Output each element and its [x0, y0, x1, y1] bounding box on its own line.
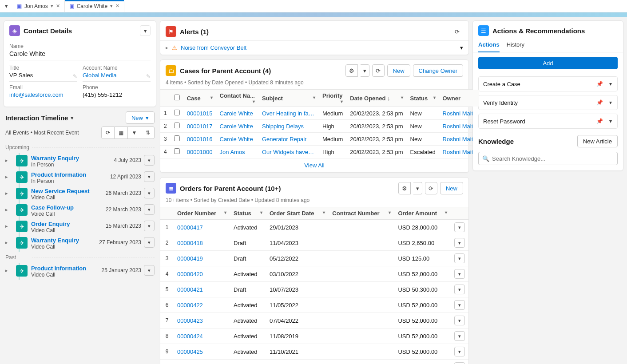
action-item-caret[interactable]: ▾ [605, 79, 615, 89]
timeline-item-menu[interactable]: ▾ [144, 188, 155, 198]
action-item-caret[interactable]: ▾ [605, 116, 615, 127]
subject-link[interactable]: Our Widgets have not been … [262, 149, 315, 155]
expand-alert-icon[interactable]: ▸ [166, 45, 168, 51]
expand-icon[interactable]: ▸ [5, 204, 12, 213]
tab-menu-caret[interactable]: ▾ [110, 3, 113, 9]
new-case-button[interactable]: New [387, 64, 410, 77]
subject-link[interactable]: Shipping Delays [262, 123, 304, 130]
email-link[interactable]: info@salesforce.com [9, 91, 63, 98]
expand-icon[interactable]: ▸ [5, 155, 12, 163]
timeline-item-title[interactable]: Order Enquiry [31, 221, 70, 227]
timeline-item-title[interactable]: Warranty Enquiry [31, 155, 79, 162]
cases-view-all[interactable]: View All [304, 162, 324, 169]
timeline-item-menu[interactable]: ▾ [144, 155, 155, 166]
row-menu-button[interactable]: ▾ [454, 285, 465, 294]
order-link[interactable]: 00000418 [177, 240, 203, 246]
edit-pencil-icon[interactable]: ✎ [73, 73, 77, 79]
row-menu-button[interactable]: ▾ [454, 300, 465, 310]
pin-icon[interactable]: 📌 [594, 97, 605, 108]
account-link[interactable]: Global Media [83, 72, 117, 79]
owner-link[interactable]: Roshni Maitr [443, 149, 475, 155]
action-item-caret[interactable]: ▾ [605, 97, 615, 108]
row-menu-button[interactable]: ▾ [454, 238, 465, 248]
order-link[interactable]: 00000423 [177, 317, 203, 324]
alert-caret-icon[interactable]: ▾ [460, 44, 463, 51]
order-link[interactable]: 00000422 [177, 302, 203, 309]
select-all-checkbox[interactable] [174, 95, 180, 100]
expand-icon[interactable]: ▸ [5, 221, 12, 229]
col-date-opened[interactable]: Date Opened ↓▾ [346, 90, 406, 107]
subject-link[interactable]: Over Heating in factory [262, 110, 315, 117]
pin-icon[interactable]: 📌 [594, 79, 605, 89]
owner-link[interactable]: Roshni Maitr [443, 123, 475, 130]
contact-link[interactable]: Carole White [220, 123, 253, 130]
timeline-filter-menu[interactable]: ▾ [71, 115, 74, 121]
expand-icon[interactable]: ▸ [5, 237, 12, 245]
timeline-item-title[interactable]: Product Information [31, 265, 86, 272]
contact-details-more-button[interactable]: ▾ [140, 25, 151, 36]
pin-icon[interactable]: 📌 [594, 116, 605, 127]
contact-link[interactable]: Jon Amos [220, 149, 245, 155]
case-link[interactable]: 00001000 [187, 149, 213, 155]
order-link[interactable]: 00000420 [177, 271, 203, 277]
list-settings-caret[interactable]: ▾ [361, 64, 369, 77]
edit-pencil-icon[interactable]: ✎ [146, 73, 151, 79]
list-settings-icon[interactable]: ⚙ [345, 64, 358, 77]
alert-link[interactable]: Noise from Conveyor Belt [181, 44, 456, 51]
refresh-icon[interactable]: ⟳ [101, 127, 115, 139]
col-priority[interactable]: Priority▾ [319, 90, 346, 107]
refresh-icon[interactable]: ⟳ [451, 25, 463, 38]
case-link[interactable]: 00001016 [187, 136, 213, 142]
case-link[interactable]: 00001015 [187, 110, 213, 117]
expand-icon[interactable]: ▸ [5, 265, 12, 273]
knowledge-search-input[interactable] [492, 155, 614, 162]
case-link[interactable]: 00001017 [187, 123, 213, 130]
row-menu-button[interactable]: ▾ [454, 316, 465, 325]
timeline-item-menu[interactable]: ▾ [144, 237, 155, 248]
row-menu-button[interactable]: ▾ [454, 331, 465, 341]
row-menu-button[interactable]: ▾ [454, 269, 465, 279]
row-menu-button[interactable]: ▾ [454, 253, 465, 263]
row-menu-button[interactable]: ▾ [454, 362, 465, 364]
timeline-item-title[interactable]: Warranty Enquiry [31, 237, 79, 244]
refresh-icon[interactable]: ⟳ [425, 182, 437, 194]
timeline-item-menu[interactable]: ▾ [144, 171, 155, 182]
timeline-item-menu[interactable]: ▾ [144, 221, 155, 231]
row-checkbox[interactable] [174, 135, 180, 141]
col-start-date[interactable]: Order Start Date▾ [266, 207, 329, 220]
list-settings-caret[interactable]: ▾ [413, 182, 422, 194]
col-amount[interactable]: Order Amount▾ [394, 207, 451, 220]
expand-icon[interactable]: ▸ [5, 171, 12, 180]
contact-link[interactable]: Carole White [220, 136, 253, 142]
col-subject[interactable]: Subject▾ [258, 90, 319, 107]
timeline-new-button[interactable]: New ▾ [126, 111, 155, 124]
sort-icon[interactable]: ⇅ [141, 127, 155, 139]
order-link[interactable]: 00000424 [177, 333, 203, 340]
owner-link[interactable]: Roshni Maitr [443, 110, 475, 117]
new-order-button[interactable]: New [440, 182, 463, 194]
timeline-item-title[interactable]: Product Information [31, 171, 86, 178]
subject-link[interactable]: Generator Repair [262, 136, 306, 142]
row-checkbox[interactable] [174, 123, 180, 128]
order-link[interactable]: 00000425 [177, 348, 203, 355]
row-menu-button[interactable]: ▾ [454, 347, 465, 356]
action-item[interactable]: Create a Case 📌 ▾ [478, 76, 618, 91]
col-order-number[interactable]: Order Number▾ [174, 207, 230, 220]
row-checkbox[interactable] [174, 110, 180, 115]
col-status[interactable]: Status▾ [407, 90, 439, 107]
timeline-item-menu[interactable]: ▾ [144, 265, 155, 276]
col-contact[interactable]: Contact Na...▾ [216, 90, 258, 107]
expand-icon[interactable]: ▸ [5, 188, 12, 196]
row-checkbox[interactable] [174, 148, 180, 154]
tab-close-icon[interactable]: ✕ [56, 3, 60, 9]
col-status[interactable]: Status▾ [230, 207, 266, 220]
tab-history[interactable]: History [507, 38, 524, 52]
tab-menu-caret[interactable]: ▾ [51, 3, 53, 9]
action-item[interactable]: Reset Password 📌 ▾ [478, 114, 618, 129]
timeline-item-menu[interactable]: ▾ [144, 204, 155, 215]
tab-close-icon[interactable]: ✕ [115, 3, 119, 9]
filter-icon[interactable]: ▼ [128, 127, 141, 139]
owner-link[interactable]: Roshni Maitr [443, 136, 475, 142]
change-owner-button[interactable]: Change Owner [413, 64, 463, 77]
col-case[interactable]: Case▾ [183, 90, 216, 107]
